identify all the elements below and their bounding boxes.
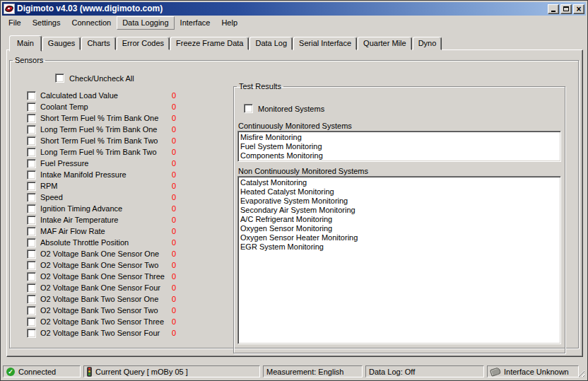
list-item[interactable]: Misfire Monitoring	[240, 133, 560, 142]
sensor-checkbox[interactable]	[27, 182, 36, 191]
tab[interactable]: Main	[9, 35, 42, 52]
datalog-text: Data Log: Off	[369, 368, 415, 376]
non-continuous-systems-label: Non Continuously Monitored Systems	[238, 167, 368, 175]
monitored-systems-checkbox[interactable]	[244, 104, 253, 113]
sensor-label: Speed	[40, 193, 63, 201]
sensor-label: MAF Air Flow Rate	[40, 227, 105, 235]
sensor-value: 0	[172, 238, 176, 247]
tab[interactable]: Gauges	[42, 37, 81, 50]
sensor-checkbox[interactable]	[27, 170, 36, 180]
current-query-panel: Current Query [ mOBy 05 ]	[83, 365, 260, 377]
minimize-button[interactable]	[548, 4, 559, 14]
sensor-checkbox[interactable]	[27, 329, 36, 338]
sensor-checkbox[interactable]	[27, 306, 36, 315]
sensor-checkbox[interactable]	[27, 295, 36, 304]
sensor-checkbox[interactable]	[27, 114, 36, 123]
sensor-value: 0	[172, 295, 176, 303]
sensor-value: 0	[172, 91, 176, 100]
measurement-text: Measurement: English	[266, 368, 343, 376]
title-bar: Digimoto v4.03 (www.digimoto.com) ×	[2, 2, 586, 16]
menu-item[interactable]: Interface	[175, 16, 216, 30]
sensor-value: 0	[172, 227, 176, 235]
sensor-label: O2 Voltage Bank One Sensor One	[40, 250, 159, 258]
continuous-systems-listbox[interactable]: Misfire MonitoringFuel System Monitoring…	[237, 131, 561, 162]
sensor-label: Coolant Temp	[40, 102, 88, 111]
test-results-groupbox: Test Results Monitored Systems Continuou…	[233, 82, 565, 353]
app-window: Digimoto v4.03 (www.digimoto.com) × File…	[0, 0, 588, 381]
list-item[interactable]: Fuel System Monitoring	[240, 142, 560, 151]
sensor-checkbox[interactable]	[27, 227, 36, 236]
monitored-systems-label: Monitored Systems	[258, 105, 324, 113]
menu-item[interactable]: Data Logging	[117, 16, 174, 30]
sensor-value: 0	[172, 250, 176, 258]
sensor-label: O2 Voltage Bank One Sensor Three	[40, 272, 165, 281]
tab[interactable]: Dyno	[413, 37, 442, 50]
sensor-value: 0	[172, 306, 176, 315]
sensor-checkbox[interactable]	[27, 250, 36, 259]
sensor-value: 0	[172, 193, 176, 201]
maximize-icon	[563, 6, 569, 11]
tab[interactable]: Serial Interface	[293, 37, 357, 50]
sensor-value: 0	[172, 204, 176, 213]
sensor-checkbox[interactable]	[27, 125, 36, 134]
window-title: Digimoto v4.03 (www.digimoto.com)	[17, 2, 548, 16]
check-uncheck-all-checkbox[interactable]	[55, 74, 64, 83]
menu-item[interactable]: Settings	[27, 16, 66, 30]
maximize-button[interactable]	[560, 4, 572, 14]
sensor-label: RPM	[40, 182, 57, 190]
list-item[interactable]: A/C Refrigerant Monitoring	[240, 215, 560, 224]
monitored-systems-row: Monitored Systems	[244, 104, 324, 113]
non-continuous-systems-listbox[interactable]: Catalyst MonitoringHeated Catalyst Monit…	[237, 176, 561, 344]
connection-status-text: Connected	[18, 368, 56, 376]
sensor-checkbox[interactable]	[27, 283, 36, 293]
test-results-legend: Test Results	[237, 82, 283, 90]
tab[interactable]: Data Log	[249, 37, 293, 50]
sensor-checkbox[interactable]	[27, 159, 36, 168]
sensor-checkbox[interactable]	[27, 136, 36, 146]
tab[interactable]: Quarter Mile	[358, 37, 412, 50]
sensor-label: O2 Voltage Bank Two Sensor Four	[40, 329, 160, 337]
green-check-icon: ✓	[6, 368, 15, 376]
sensor-checkbox[interactable]	[27, 261, 36, 270]
menu-item[interactable]: Help	[216, 16, 243, 30]
sensor-checkbox[interactable]	[27, 216, 36, 225]
menu-item[interactable]: File	[3, 16, 27, 30]
sensor-checkbox[interactable]	[27, 272, 36, 281]
sensor-checkbox[interactable]	[27, 193, 36, 202]
sensor-label: O2 Voltage Bank One Sensor Two	[40, 261, 158, 269]
sensor-checkbox[interactable]	[27, 238, 36, 247]
sensor-value: 0	[172, 148, 176, 156]
menu-item[interactable]: Connection	[66, 16, 117, 30]
sensor-checkbox[interactable]	[27, 102, 36, 112]
traffic-light-icon	[87, 367, 92, 377]
status-bar: ✓ Connected Current Query [ mOBy 05 ] Me…	[2, 365, 586, 379]
sensor-value: 0	[172, 136, 176, 145]
sensor-value: 0	[172, 272, 176, 281]
close-button[interactable]: ×	[573, 4, 584, 14]
list-item[interactable]: Oxygen Sensor Heater Monitoring	[240, 233, 560, 242]
interface-text: Interface Unknown	[504, 368, 569, 376]
digimoto-logo-icon[interactable]	[4, 4, 15, 14]
list-item[interactable]: Components Monitoring	[240, 151, 560, 160]
sensor-checkbox[interactable]	[27, 317, 36, 327]
list-item[interactable]: Secondary Air System Monitoring	[240, 206, 560, 215]
sensor-label: Long Term Fuel % Trim Bank One	[40, 125, 157, 134]
list-item[interactable]: EGR System Monitoring	[240, 242, 560, 252]
sensor-checkbox[interactable]	[27, 148, 36, 157]
datalog-panel: Data Log: Off	[365, 365, 484, 377]
minimize-icon	[551, 11, 555, 12]
tab[interactable]: Charts	[81, 37, 115, 50]
tab[interactable]: Error Codes	[117, 37, 170, 50]
sensors-legend: Sensors	[13, 56, 45, 64]
list-item[interactable]: Catalyst Monitoring	[240, 178, 560, 187]
sensor-label: Intake Air Temperature	[40, 216, 118, 224]
tab[interactable]: Freeze Frame Data	[170, 37, 249, 50]
sensor-value: 0	[172, 261, 176, 269]
list-item[interactable]: Heated Catalyst Monitoring	[240, 187, 560, 197]
sensor-label: Calculated Load Value	[40, 91, 118, 100]
current-query-text: Current Query [ mOBy 05 ]	[95, 368, 188, 376]
sensor-checkbox[interactable]	[27, 204, 36, 213]
list-item[interactable]: Evaporative System Monitoring	[240, 197, 560, 206]
list-item[interactable]: Oxygen Sensor Monitoring	[240, 224, 560, 233]
sensor-checkbox[interactable]	[27, 91, 36, 100]
